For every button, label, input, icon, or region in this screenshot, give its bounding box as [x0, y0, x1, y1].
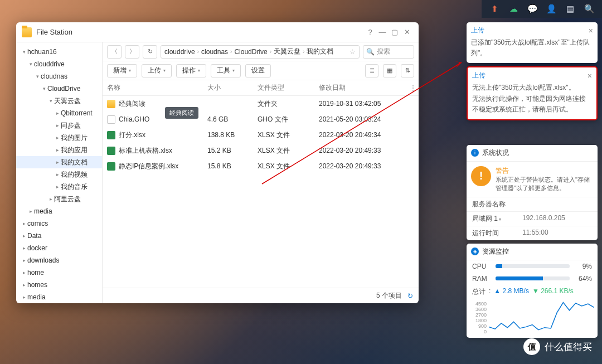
search-icon: 🔍: [366, 48, 375, 56]
file-row[interactable]: 静态IP信息案例.xlsx15.8 KBXLSX 文件2022-03-20 20…: [103, 158, 419, 174]
settings-button[interactable]: 设置: [245, 64, 271, 77]
status-bar: 5 个项目 ↻: [103, 288, 419, 303]
user-icon[interactable]: 👤: [546, 4, 556, 14]
breadcrumb-item[interactable]: cloudnas: [201, 48, 228, 56]
file-row[interactable]: 打分.xlsx138.8 KBXLSX 文件2022-03-20 20:49:3…: [103, 127, 419, 143]
tree-item[interactable]: ▸阿里云盘: [16, 193, 102, 205]
col-type[interactable]: 文件类型: [258, 83, 319, 93]
view-list-button[interactable]: ≣: [365, 64, 378, 77]
upload-icon[interactable]: ⬆: [489, 4, 499, 14]
col-name[interactable]: 名称: [107, 83, 207, 93]
tree-item[interactable]: ▸同步盘: [16, 119, 102, 132]
tree-item[interactable]: ▸Qbittorrent: [16, 107, 102, 119]
file-list: 名称 大小 文件类型 修改日期 ⋮ 经典阅读文件夹2019-10-31 03:4…: [103, 80, 419, 288]
sort-button[interactable]: ⇅: [401, 64, 414, 77]
maximize-button[interactable]: ▢: [389, 26, 401, 38]
file-station-window: File Station ? — ▢ ✕ ▾hchuan16▾clouddriv…: [16, 22, 419, 303]
download-speed: ▼ 266.1 KB/s: [532, 287, 574, 297]
item-count: 5 个项目: [376, 291, 402, 300]
tree-item[interactable]: ▸我的音乐: [16, 181, 102, 193]
warning-icon: !: [471, 166, 491, 186]
system-status-widget: i系统状况 ! 警告 系统正处于警告状态。请进入"存储管理器"以了解更多信息。 …: [467, 145, 598, 240]
panel-icon[interactable]: ▤: [565, 4, 575, 14]
tree-item[interactable]: ▾天翼云盘: [16, 95, 102, 107]
info-row: 运行时间11:55:00: [467, 226, 598, 240]
tree-item[interactable]: ▸docker: [16, 242, 102, 254]
tree-item[interactable]: ▸comics: [16, 217, 102, 230]
tree-item[interactable]: ▸Data: [16, 230, 102, 242]
tree-item[interactable]: ▸home: [16, 266, 102, 279]
tree-item[interactable]: ▸media: [16, 205, 102, 217]
close-button[interactable]: ✕: [401, 26, 413, 38]
notification-upload-added: 上传× 已添加"350元大战lol配置.xlsx"至"上传队列"。: [467, 22, 598, 63]
info-row: 服务器名称: [467, 197, 598, 211]
help-button[interactable]: ?: [364, 26, 376, 38]
forward-button[interactable]: 〉: [125, 45, 139, 59]
resource-monitor-widget: ◈资源监控 CPU 9% RAM 64% 总计: ▲ 2.8 MB/s ▼ 26…: [467, 244, 598, 338]
tree-item[interactable]: ▸我的文档: [16, 156, 102, 168]
folder-tree[interactable]: ▾hchuan16▾clouddrive▾cloudnas▾CloudDrive…: [16, 42, 103, 303]
ram-label: RAM: [472, 275, 491, 283]
total-label: 总计: [472, 287, 486, 297]
new-button[interactable]: 新增▾: [107, 64, 137, 77]
breadcrumb-item[interactable]: CloudDrive: [234, 48, 267, 56]
nav-toolbar: 〈 〉 ↻ clouddrive›cloudnas›CloudDrive›天翼云…: [103, 42, 419, 61]
breadcrumb-item[interactable]: 天翼云盘: [274, 47, 300, 56]
tree-item[interactable]: ▸我的图片: [16, 132, 102, 144]
file-row[interactable]: Chia.GHO4.6 GBGHO 文件2021-05-20 03:03:24: [103, 111, 419, 127]
close-icon[interactable]: ×: [589, 26, 593, 35]
search-placeholder: 搜索: [377, 47, 390, 56]
tools-button[interactable]: 工具▾: [211, 64, 241, 77]
col-menu[interactable]: ⋮: [407, 84, 419, 92]
warning-body: 系统正处于警告状态。请进入"存储管理器"以了解更多信息。: [496, 176, 593, 192]
widget-title: 系统状况: [482, 148, 509, 158]
tree-item[interactable]: ▸downloads: [16, 254, 102, 266]
upload-button[interactable]: 上传▾: [142, 64, 172, 77]
file-row[interactable]: 经典阅读文件夹2019-10-31 03:42:05: [103, 96, 419, 111]
minimize-button[interactable]: —: [376, 26, 389, 38]
col-size[interactable]: 大小: [207, 83, 258, 93]
network-chart: 45003600270018009000: [467, 299, 598, 338]
tree-item[interactable]: ▸homes: [16, 279, 102, 291]
refresh-icon[interactable]: ↻: [407, 292, 413, 300]
app-icon: [22, 27, 32, 37]
tree-item[interactable]: ▸我的应用: [16, 144, 102, 156]
search-input[interactable]: 🔍 搜索: [363, 45, 414, 59]
taskbar: ⬆ ☁ 💬 👤 ▤ 🔍: [482, 0, 602, 18]
cloud-icon[interactable]: ☁: [508, 4, 518, 14]
info-row: 局域网 1▾192.168.0.205: [467, 211, 598, 226]
close-icon[interactable]: ×: [588, 71, 592, 80]
ram-bar: [496, 276, 570, 280]
breadcrumb[interactable]: clouddrive›cloudnas›CloudDrive›天翼云盘›我的文档…: [161, 45, 360, 59]
file-row[interactable]: 标准上机表格.xlsx15.2 KBXLSX 文件2022-03-20 20:4…: [103, 143, 419, 158]
cpu-label: CPU: [472, 263, 491, 270]
tree-item[interactable]: ▾clouddrive: [16, 58, 102, 70]
ram-pct: 64%: [574, 275, 592, 283]
upload-speed: ▲ 2.8 MB/s: [494, 287, 529, 297]
logo-text: 什么值得买: [545, 341, 592, 353]
smzdm-logo: 值 什么值得买: [523, 338, 592, 355]
tree-item[interactable]: ▸media: [16, 291, 102, 303]
tree-item[interactable]: ▾cloudnas: [16, 70, 102, 82]
tree-item[interactable]: ▾hchuan16: [16, 46, 102, 58]
notif-title: 上传: [471, 26, 589, 35]
col-date[interactable]: 修改日期: [319, 83, 407, 93]
breadcrumb-item[interactable]: 我的文档: [307, 47, 333, 56]
cpu-pct: 9%: [574, 263, 592, 270]
back-button[interactable]: 〈: [107, 45, 122, 59]
star-icon[interactable]: ☆: [349, 48, 356, 56]
widget-title: 资源监控: [482, 247, 509, 256]
notif-title: 上传: [472, 71, 588, 80]
app-title: File Station: [36, 28, 364, 36]
breadcrumb-item[interactable]: clouddrive: [164, 48, 195, 56]
view-grid-button[interactable]: ▦: [383, 64, 396, 77]
logo-badge: 值: [523, 338, 540, 355]
tree-item[interactable]: ▸我的视频: [16, 168, 102, 181]
monitor-icon: ◈: [471, 247, 479, 255]
tree-item[interactable]: ▾CloudDrive: [16, 82, 102, 95]
refresh-button[interactable]: ↻: [143, 45, 157, 59]
chat-icon[interactable]: 💬: [527, 4, 537, 14]
action-button[interactable]: 操作▾: [176, 64, 206, 77]
notification-upload-error: 上传× 无法上传"350元大战lol配置.xlsx"。无法执行此操作，可能是因为…: [467, 66, 598, 120]
search-icon[interactable]: 🔍: [584, 4, 594, 14]
